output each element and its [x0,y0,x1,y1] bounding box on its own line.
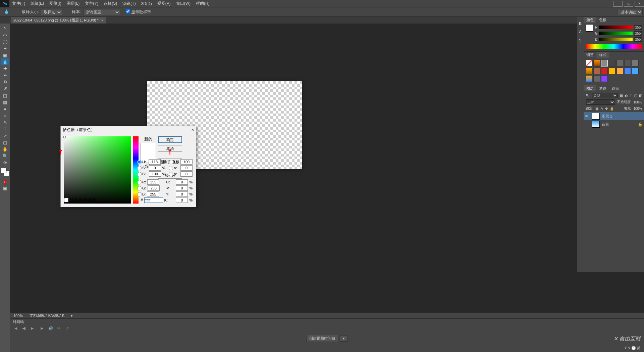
web-only-checkbox[interactable] [64,198,68,202]
style-swatch[interactable] [601,75,608,82]
layer-name[interactable]: 背景 [602,122,609,127]
cancel-button[interactable]: 取消 [158,145,182,152]
tab-layers[interactable]: 图层 [584,85,596,91]
style-swatch[interactable] [624,60,631,67]
g-radio[interactable] [137,186,142,190]
lock-pos-icon[interactable]: ✥ [605,107,608,111]
pen-tool[interactable]: ✎ [1,119,9,126]
shape-tool[interactable]: ▢ [1,139,9,146]
zoom-level[interactable]: 100% [13,314,23,318]
style-swatch[interactable] [632,60,639,67]
lock-all-icon[interactable]: 🔒 [610,107,614,111]
r-value[interactable]: 255 [634,25,642,30]
eraser-tool[interactable]: ◫ [1,92,9,99]
hex-input[interactable] [144,197,163,203]
s-input[interactable] [149,165,161,171]
tab-color[interactable]: 颜色 [584,17,596,23]
brush-tool[interactable]: ✒ [1,72,9,79]
type-tool[interactable]: T [1,126,9,132]
style-swatch[interactable] [586,68,592,74]
tl-next-icon[interactable]: |▶ [40,326,45,332]
window-maximize[interactable]: ▭ [624,1,633,7]
workspace-select[interactable]: 基本功能 [618,9,643,15]
wand-tool[interactable]: ✦ [1,45,9,52]
tab-adjustments[interactable]: 调整 [584,52,596,58]
dodge-tool[interactable]: ○ [1,112,9,119]
menu-type[interactable]: 文字(Y) [82,1,101,6]
eyedropper-tool[interactable]: 💧 [1,58,9,65]
menu-layer[interactable]: 图层(L) [64,1,83,6]
style-swatch[interactable] [601,60,608,67]
layer-row[interactable]: 背景 🔒 [584,120,644,128]
r-radio[interactable] [137,180,142,184]
window-close[interactable]: ✕ [635,1,644,7]
g-input[interactable] [148,185,160,191]
style-swatch[interactable] [593,75,600,82]
g-value[interactable]: 255 [634,31,642,36]
style-swatch[interactable] [616,60,623,67]
h-radio[interactable] [137,160,142,164]
create-timeline-dropdown[interactable]: ▾ [340,335,348,342]
show-ring-checkbox[interactable]: 显示取样环 [126,9,151,15]
style-swatch[interactable] [632,68,639,74]
quickmask-tool[interactable]: ◙ [1,178,9,185]
r-input[interactable] [147,179,159,185]
style-swatch[interactable] [586,75,592,82]
layer-thumbnail[interactable] [592,121,600,128]
dialog-titlebar[interactable]: 拾色器（前景色） × [61,126,196,133]
hand-tool[interactable]: ✋ [1,146,9,152]
tab-styles[interactable]: 样式 [596,52,609,58]
style-swatch[interactable] [593,60,600,67]
ime-indicator[interactable]: EN 🕐 简 [625,346,641,351]
window-minimize[interactable]: — [613,1,623,7]
sample-select[interactable]: 所有图层 [83,9,120,15]
rotate-tool[interactable]: ⟳ [1,159,9,166]
spectrum-bar[interactable] [586,44,642,49]
tl-prev-icon[interactable]: ◀| [22,326,28,332]
blend-mode-select[interactable]: 正常 [586,99,615,105]
mini-icon-2[interactable]: A [579,30,582,34]
menu-window[interactable]: 窗口(W) [173,1,193,6]
filter-shape-icon[interactable]: ▢ [634,94,637,97]
ok-button[interactable]: 确定 [158,136,182,143]
lock-pixel-icon[interactable]: ✎ [600,107,603,111]
blab-input[interactable] [180,171,193,177]
menu-image[interactable]: 图像(I) [47,1,64,6]
style-swatch[interactable] [586,60,592,67]
style-swatch[interactable] [593,68,600,74]
filter-type-icon[interactable]: T [630,94,632,97]
style-swatch[interactable] [609,68,615,74]
blab-radio[interactable] [169,172,173,176]
filter-smart-icon[interactable]: ◧ [639,94,642,97]
brgb-radio[interactable] [137,192,142,196]
layer-name[interactable]: 图层 1 [602,114,612,119]
sample-size-select[interactable]: 取样点 [41,9,62,15]
tl-split-icon[interactable]: ↗ [66,326,71,332]
style-swatch[interactable] [601,68,608,74]
layer-filter-select[interactable]: 类型 [592,93,618,98]
dialog-close-icon[interactable]: × [191,127,194,132]
a-radio[interactable] [169,166,173,170]
bv-radio[interactable] [137,172,142,176]
b-slider[interactable] [599,38,633,41]
lasso-tool[interactable]: ◯ [1,38,9,45]
style-swatch[interactable] [624,68,631,74]
tl-cut-icon[interactable]: ✂ [57,326,62,332]
a-input[interactable] [180,165,193,171]
foreground-color[interactable] [1,168,6,173]
layer-thumbnail[interactable] [592,113,600,120]
bv-input[interactable] [149,171,161,177]
zoom-tool[interactable]: 🔍 [1,152,9,159]
filter-adjust-icon[interactable]: ◐ [625,94,628,97]
g-slider[interactable] [599,32,633,35]
filter-pixel-icon[interactable]: ▦ [620,94,623,97]
k-input[interactable] [176,197,188,203]
timeline-tab[interactable]: 时间轴 [10,319,644,325]
move-tool[interactable]: ↖ [1,25,9,32]
menu-edit[interactable]: 编辑(E) [28,1,47,6]
h-input[interactable] [149,159,161,165]
screenmode-tool[interactable]: ▣ [1,185,9,191]
marquee-tool[interactable]: ▭ [1,32,9,38]
y-input[interactable] [176,191,188,197]
menu-select[interactable]: 选择(S) [101,1,120,6]
